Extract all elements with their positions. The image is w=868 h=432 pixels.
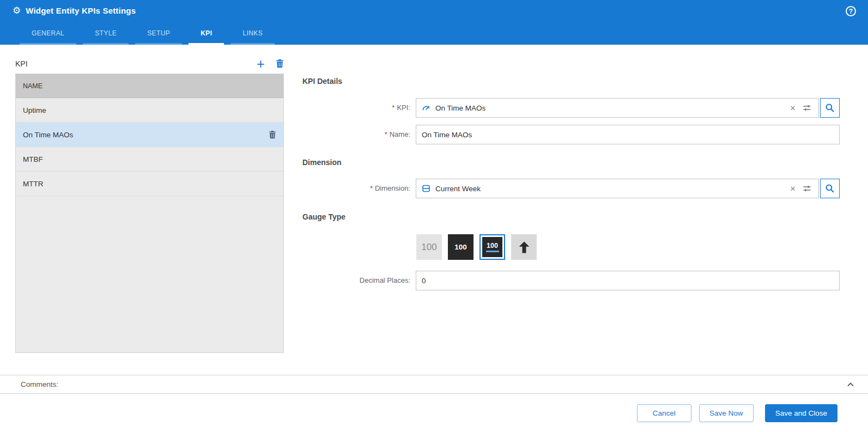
comments-label: Comments: — [21, 380, 58, 388]
section-heading-kpi-details: KPI Details — [302, 77, 342, 86]
footer-actions: Cancel Save Now Save and Close — [0, 394, 868, 432]
name-field-label-text: Name: — [390, 130, 410, 138]
kpi-picker-input[interactable]: On Time MAOs × — [416, 98, 819, 118]
add-kpi-button[interactable]: + — [257, 58, 265, 69]
delete-kpi-button[interactable] — [276, 59, 284, 68]
name-input[interactable] — [416, 125, 840, 144]
section-heading-gauge-type: Gauge Type — [302, 212, 345, 221]
comments-bar: Comments: — [0, 375, 868, 394]
trash-icon — [276, 59, 284, 68]
header: ⚙ Widget Entity KPIs Settings ? GENERAL … — [0, 0, 868, 45]
tab-general[interactable]: GENERAL — [20, 23, 76, 45]
gauge-option-label: 100 — [487, 242, 498, 250]
trash-icon — [269, 131, 276, 139]
decimal-places-input[interactable] — [416, 271, 840, 290]
row-delete-button[interactable] — [269, 131, 276, 139]
page-title: Widget Entity KPIs Settings — [26, 6, 136, 15]
filter-sliders-icon[interactable] — [800, 104, 814, 112]
search-icon — [825, 103, 835, 113]
kpi-row-label: MTBF — [23, 155, 43, 163]
clear-icon[interactable]: × — [786, 104, 800, 113]
gauge-type-options: 100 100 100 — [416, 234, 537, 260]
dimension-picker-input[interactable]: Current Week × — [416, 179, 819, 198]
kpi-row-mttr[interactable]: MTTR — [16, 172, 283, 196]
kpi-row-label: Uptime — [23, 106, 46, 114]
tab-bar: GENERAL STYLE SETUP KPI LINKS — [20, 23, 281, 45]
save-and-close-button[interactable]: Save and Close — [765, 404, 837, 422]
kpi-table-column-header: NAME — [16, 74, 283, 98]
kpi-picker-value: On Time MAOs — [435, 104, 485, 112]
decimal-places-label: Decimal Places: — [304, 276, 410, 284]
kpi-row-uptime[interactable]: Uptime — [16, 98, 283, 123]
kpi-list-toolbar: KPI + — [15, 56, 284, 71]
kpi-field-label-text: KPI: — [397, 104, 410, 112]
dimension-picker-value: Current Week — [435, 185, 481, 193]
chevron-up-icon — [846, 380, 855, 389]
filter-sliders-icon[interactable] — [800, 184, 814, 193]
help-icon[interactable]: ? — [846, 6, 856, 16]
required-marker: * — [370, 184, 373, 192]
kpi-list-title: KPI — [15, 59, 28, 68]
gauge-option-arrow[interactable] — [511, 234, 537, 260]
kpi-entity-icon — [422, 104, 430, 112]
gauge-option-value-dark[interactable]: 100 — [448, 234, 474, 260]
kpi-field-label: *KPI: — [304, 104, 410, 112]
gear-icon: ⚙ — [13, 6, 21, 15]
kpi-table: NAME Uptime On Time MAOs MTBF MTTR — [15, 74, 284, 353]
title-row: ⚙ Widget Entity KPIs Settings — [13, 6, 136, 15]
gauge-option-inner: 100 — [482, 237, 502, 257]
required-marker: * — [385, 130, 387, 138]
search-icon — [825, 184, 835, 193]
name-field-label: *Name: — [304, 130, 410, 138]
gauge-underline-bar — [486, 251, 499, 252]
tab-style[interactable]: STYLE — [83, 23, 129, 45]
kpi-row-label: On Time MAOs — [23, 131, 73, 139]
dimension-field-label-text: Dimension: — [375, 184, 410, 192]
widget-kpi-settings-window: ⚙ Widget Entity KPIs Settings ? GENERAL … — [0, 0, 868, 432]
tab-links[interactable]: LINKS — [230, 23, 275, 45]
tab-setup[interactable]: SETUP — [135, 23, 182, 45]
kpi-row-label: MTTR — [23, 180, 44, 188]
kpi-search-button[interactable] — [820, 98, 840, 118]
dimension-entity-icon — [422, 184, 430, 193]
gauge-option-value-underline-selected[interactable]: 100 — [479, 234, 505, 260]
cancel-button[interactable]: Cancel — [637, 404, 691, 422]
clear-icon[interactable]: × — [786, 184, 800, 193]
dimension-field-label: *Dimension: — [304, 184, 410, 192]
kpi-row-mtbf[interactable]: MTBF — [16, 147, 283, 172]
up-arrow-icon — [517, 240, 532, 255]
dimension-search-button[interactable] — [820, 179, 840, 198]
required-marker: * — [392, 104, 394, 112]
comments-expand-toggle[interactable] — [846, 380, 855, 389]
save-now-button[interactable]: Save Now — [699, 404, 754, 422]
kpi-row-on-time-maos[interactable]: On Time MAOs — [16, 123, 283, 147]
gauge-option-value-plain[interactable]: 100 — [416, 234, 442, 260]
tab-kpi[interactable]: KPI — [189, 23, 224, 45]
section-heading-dimension: Dimension — [302, 158, 342, 167]
